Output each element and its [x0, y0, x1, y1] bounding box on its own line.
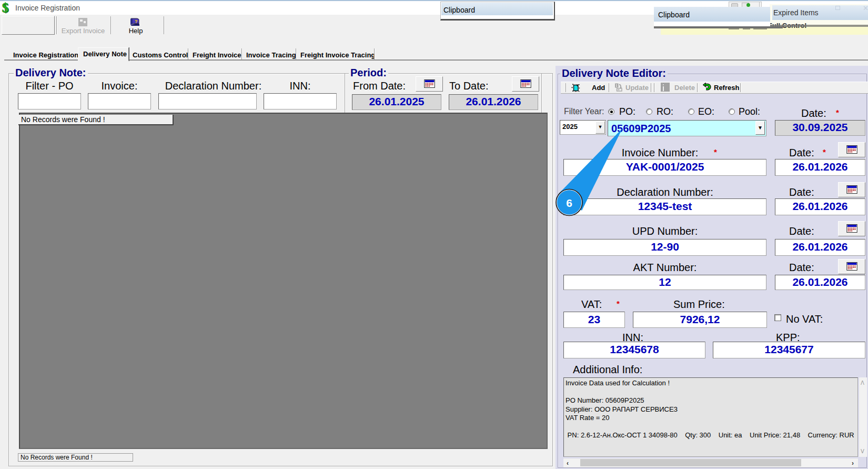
svg-text:6: 6 [566, 197, 572, 209]
svg-text:?: ? [135, 19, 138, 24]
